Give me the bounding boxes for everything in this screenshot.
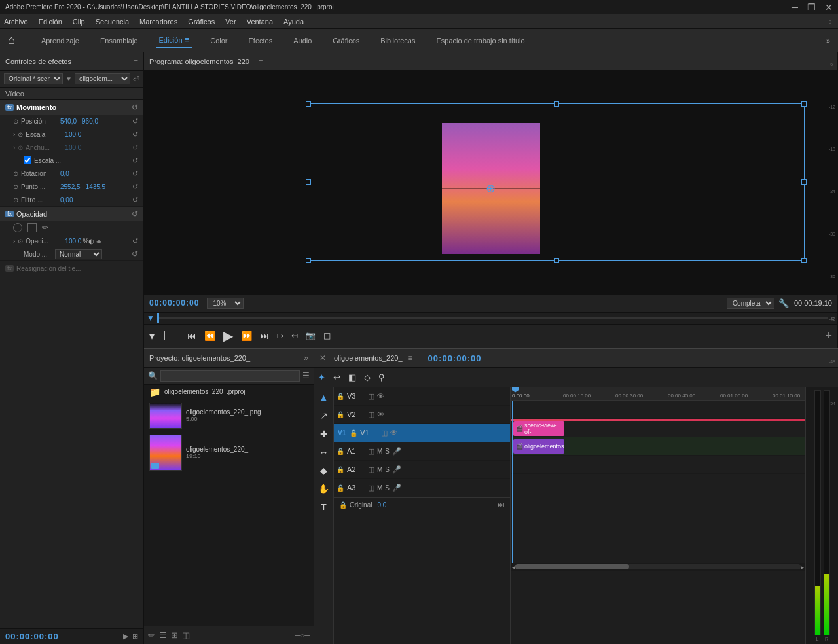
track-row-v1[interactable]: 🎬 oligoelementos — [511, 437, 805, 456]
wrench-icon[interactable]: 🔧 — [778, 298, 789, 308]
punto-reset-btn[interactable]: ↺ — [132, 183, 138, 191]
file-item-png[interactable]: oligoelementos_220_.png 5:00 — [144, 400, 314, 432]
scroll-right-btn[interactable]: ▸ — [801, 564, 804, 571]
timeline-scrollbar[interactable]: ◂ ▸ — [511, 563, 805, 571]
freeform-view-icon[interactable]: ◫ — [182, 630, 190, 640]
opaci-value[interactable]: 100,0 — [65, 238, 81, 245]
menu-clip[interactable]: Clip — [73, 18, 85, 26]
handle-tr[interactable] — [801, 101, 807, 107]
tl-tool-add-marker[interactable]: ✦ — [317, 371, 327, 384]
menu-marcadores[interactable]: Marcadores — [139, 18, 177, 26]
opacidad-reset-icon[interactable]: ↺ — [132, 209, 138, 219]
home-icon[interactable]: ⌂ — [8, 33, 15, 47]
v3-badge-icon[interactable]: ◫ — [368, 392, 374, 401]
menu-ventana[interactable]: Ventana — [247, 18, 273, 26]
play-forward-icon[interactable]: ▶ — [123, 632, 128, 641]
tl-close-icon[interactable]: ✕ — [319, 353, 326, 363]
track-row-a3[interactable] — [511, 492, 805, 510]
circle-shape-btn[interactable] — [13, 223, 22, 232]
clip-oligo[interactable]: 🎬 oligoelementos — [513, 439, 564, 454]
clip-reset-icon[interactable]: ⏎ — [133, 75, 139, 84]
punto-y-value[interactable]: 1435,5 — [86, 183, 106, 190]
handle-tm[interactable] — [554, 101, 559, 107]
timeline-menu-icon[interactable]: ≡ — [408, 353, 412, 363]
tool-track-select[interactable]: ↗ — [318, 408, 330, 423]
workspace-audio[interactable]: Audio — [291, 34, 314, 47]
file-item-prproj[interactable]: 📁 oligoelementos_220_.prproj — [144, 385, 314, 400]
menu-graficos[interactable]: Gráficos — [188, 18, 215, 26]
tool-ripple[interactable]: ✚ — [318, 427, 330, 441]
minimize-button[interactable]: ─ — [792, 2, 798, 12]
filtro-value[interactable]: 0,00 — [60, 196, 73, 204]
posicion-y-value[interactable]: 960,0 — [82, 118, 98, 125]
filtro-reset-btn[interactable]: ↺ — [132, 196, 138, 204]
rotacion-reset-btn[interactable]: ↺ — [132, 170, 138, 178]
workspace-efectos[interactable]: Efectos — [246, 34, 275, 47]
tl-tool-razor[interactable]: ⚲ — [377, 371, 386, 384]
track-empty-space[interactable] — [511, 510, 805, 563]
workspace-aprendizaje[interactable]: Aprendizaje — [39, 34, 82, 47]
square-shape-btn[interactable] — [27, 223, 37, 232]
a3-M[interactable]: M — [377, 484, 382, 492]
out-point-button[interactable]: ⏐ — [175, 331, 179, 341]
search-input[interactable] — [160, 370, 300, 382]
a2-M[interactable]: M — [377, 466, 382, 473]
zoom-select[interactable]: 10%25%50%100% — [207, 298, 244, 309]
marker-button[interactable]: ▾ — [149, 330, 155, 342]
opaci-reset-btn[interactable]: ↺ — [132, 237, 138, 245]
orig-end-icon[interactable]: ⏭ — [497, 500, 505, 509]
tl-tool-sync[interactable]: ◧ — [347, 371, 357, 384]
orig-lock-icon[interactable]: 🔒 — [339, 501, 347, 509]
a3-lock-icon[interactable]: 🔒 — [337, 484, 344, 492]
fx-opacidad-header[interactable]: fx Opacidad ↺ — [0, 207, 143, 221]
step-forward-button[interactable]: ⏩ — [241, 331, 252, 341]
menu-ayuda[interactable]: Ayuda — [283, 18, 304, 26]
modo-select[interactable]: Normal Multiplicar Pantalla — [55, 249, 102, 259]
project-menu-icon[interactable]: » — [304, 353, 308, 363]
monitor-menu-icon[interactable]: ≡ — [259, 58, 263, 65]
play-button[interactable]: ▶ — [223, 328, 233, 344]
clip-selector-original[interactable]: Original * scenic... — [4, 73, 63, 84]
search-list-icon[interactable]: ☰ — [302, 371, 310, 380]
escala-check-reset[interactable]: ↺ — [132, 156, 138, 165]
anchu-chevron[interactable]: › — [13, 144, 15, 151]
workspace-sin-titulo[interactable]: Espacio de trabajo sin título — [433, 34, 527, 47]
overwrite-button[interactable]: ↤ — [291, 331, 298, 340]
posicion-x-value[interactable]: 540,0 — [60, 118, 77, 125]
escala-value[interactable]: 100,0 — [65, 131, 81, 138]
workspace-bibliotecas[interactable]: Bibliotecas — [378, 34, 418, 47]
v3-eye-icon[interactable]: 👁 — [377, 392, 384, 400]
v1-eye-icon[interactable]: 👁 — [390, 429, 397, 437]
expand-panel-icon[interactable]: ⊞ — [132, 632, 138, 641]
icon-view-icon[interactable]: ⊞ — [171, 630, 178, 640]
handle-tl[interactable] — [306, 101, 311, 107]
file-item-seq[interactable]: oligoelementos_220_ 19:10 — [144, 432, 314, 474]
a2-badge-icon[interactable]: ◫ — [368, 465, 374, 474]
tool-text[interactable]: T — [319, 500, 329, 514]
v3-lock-icon[interactable]: 🔒 — [337, 393, 344, 400]
escala-reset-btn[interactable]: ↺ — [132, 130, 138, 139]
workspace-graficos[interactable]: Gráficos — [330, 34, 362, 47]
tl-tool-undo[interactable]: ↩ — [332, 371, 342, 384]
a3-badge-icon[interactable]: ◫ — [368, 484, 374, 492]
track-row-a2[interactable] — [511, 474, 805, 492]
insert-button[interactable]: ↦ — [277, 331, 283, 340]
menu-archivo[interactable]: Archivo — [4, 18, 28, 26]
zoom-control[interactable]: ─○─ — [295, 632, 310, 639]
tool-rolling[interactable]: ↔ — [318, 445, 331, 459]
pen-icon[interactable]: ✏ — [42, 223, 48, 232]
menu-secuencia[interactable]: Secuencia — [96, 18, 129, 26]
v2-badge-icon[interactable]: ◫ — [368, 410, 374, 419]
a1-lock-icon[interactable]: 🔒 — [337, 448, 344, 455]
workspace-color[interactable]: Color — [208, 34, 230, 47]
anchu-reset-btn[interactable]: ↺ — [132, 143, 138, 152]
tl-tool-link[interactable]: ◇ — [363, 371, 372, 384]
a2-S[interactable]: S — [385, 466, 390, 473]
quality-select[interactable]: CompletaMitadCuarta — [727, 298, 774, 309]
monitor-timecode[interactable]: 00:00:00:00 — [149, 298, 199, 308]
v1-lock-icon[interactable]: 🔒 — [350, 429, 357, 437]
scrubber-row[interactable]: ▼ ○ — [144, 312, 837, 324]
a1-badge-icon[interactable]: ◫ — [368, 447, 374, 456]
handle-ml[interactable] — [306, 179, 311, 185]
v1-track-select[interactable]: V1 — [337, 429, 347, 437]
